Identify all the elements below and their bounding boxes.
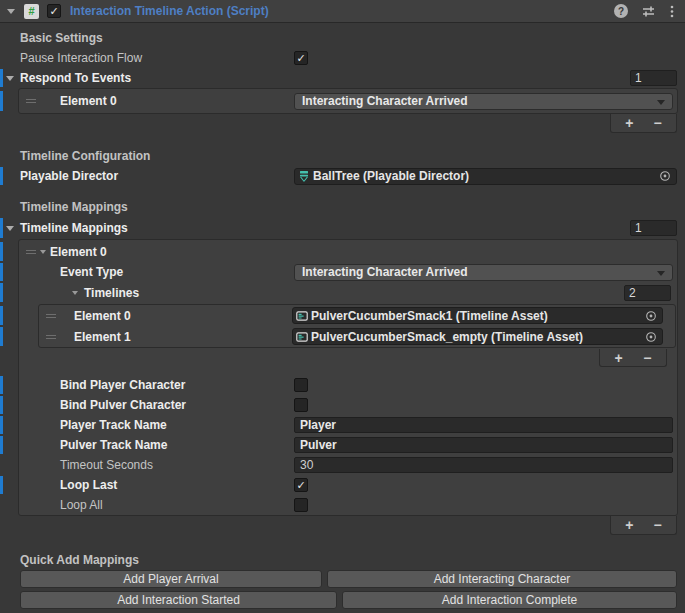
remove-element-button[interactable]: − bbox=[648, 518, 668, 532]
timelines-list: Element 0 PulverCucumberSmack1 (Timeline… bbox=[38, 304, 676, 348]
drag-handle-icon[interactable] bbox=[26, 248, 36, 256]
timeline-element-1-object-field[interactable]: PulverCucumberSmack_empty (Timeline Asse… bbox=[292, 328, 663, 345]
timelines-label: Timelines bbox=[84, 286, 139, 300]
component-header[interactable]: # Interaction Timeline Action (Script) ? bbox=[0, 0, 685, 23]
timeline-mappings-list-footer: + − bbox=[610, 516, 677, 535]
timeline-asset-icon bbox=[296, 310, 308, 322]
timeline-mappings-array-label: Timeline Mappings bbox=[20, 221, 128, 235]
remove-element-button[interactable]: − bbox=[648, 116, 668, 130]
timeline-mappings-count-field[interactable]: 1 bbox=[630, 220, 677, 236]
component-title: Interaction Timeline Action (Script) bbox=[70, 4, 269, 18]
timelines-foldout-row[interactable]: Timelines 2 bbox=[19, 282, 677, 303]
event-type-dropdown[interactable]: Interacting Character Arrived bbox=[294, 264, 673, 281]
bind-pulver-character-checkbox[interactable] bbox=[294, 398, 308, 412]
timeline-element-1-value: PulverCucumberSmack_empty (Timeline Asse… bbox=[311, 330, 583, 344]
drag-handle-icon[interactable] bbox=[46, 312, 56, 320]
object-picker-icon[interactable] bbox=[643, 310, 659, 322]
mapping-element-0-label: Element 0 bbox=[50, 245, 107, 259]
pause-interaction-flow-row: Pause Interaction Flow bbox=[0, 48, 685, 68]
timelines-foldout-icon[interactable] bbox=[72, 291, 78, 295]
kebab-menu-icon[interactable] bbox=[669, 4, 675, 19]
drag-handle-icon[interactable] bbox=[26, 97, 36, 105]
respond-to-events-foldout-icon[interactable] bbox=[6, 76, 14, 81]
playable-director-label: Playable Director bbox=[20, 169, 294, 183]
add-player-arrival-button[interactable]: Add Player Arrival bbox=[20, 570, 322, 588]
chevron-down-icon bbox=[657, 100, 665, 105]
add-element-button[interactable]: + bbox=[609, 351, 629, 365]
playable-director-row: Playable Director BallTree (Playable Dir… bbox=[0, 166, 685, 186]
timelines-count-field[interactable]: 2 bbox=[624, 285, 671, 301]
override-indicator bbox=[0, 283, 3, 302]
bind-player-character-row: Bind Player Character bbox=[19, 375, 677, 395]
add-element-button[interactable]: + bbox=[619, 518, 639, 532]
pulver-track-name-row: Pulver Track Name Pulver bbox=[19, 435, 677, 455]
help-icon[interactable]: ? bbox=[614, 4, 628, 18]
loop-last-checkbox[interactable] bbox=[294, 478, 308, 492]
add-interaction-complete-button[interactable]: Add Interaction Complete bbox=[342, 591, 677, 609]
respond-to-events-list-footer: + − bbox=[610, 114, 677, 133]
playable-director-icon bbox=[298, 170, 310, 182]
respond-element-0-value: Interacting Character Arrived bbox=[302, 94, 468, 108]
timeline-mappings-section-header: Timeline Mappings bbox=[0, 197, 685, 217]
override-indicator bbox=[0, 416, 3, 434]
header-icons: ? bbox=[614, 4, 675, 19]
loop-all-label: Loop All bbox=[60, 498, 294, 512]
timeline-asset-icon bbox=[296, 331, 308, 343]
basic-settings-label: Basic Settings bbox=[20, 31, 103, 45]
loop-all-checkbox[interactable] bbox=[294, 498, 308, 512]
respond-element-0-label: Element 0 bbox=[60, 94, 294, 108]
quick-add-mappings-label: Quick Add Mappings bbox=[20, 553, 139, 567]
timelines-list-footer: + − bbox=[599, 349, 667, 367]
timeline-mappings-section-label: Timeline Mappings bbox=[20, 200, 128, 214]
loop-last-row: Loop Last bbox=[19, 475, 677, 495]
timeline-mappings-array-row[interactable]: Timeline Mappings 1 bbox=[0, 217, 685, 239]
object-picker-icon[interactable] bbox=[657, 170, 673, 182]
component-enabled-checkbox[interactable] bbox=[47, 4, 61, 18]
respond-to-events-row[interactable]: Respond To Events 1 bbox=[0, 68, 685, 88]
basic-settings-header: Basic Settings bbox=[0, 28, 685, 48]
player-track-name-input[interactable]: Player bbox=[294, 417, 673, 433]
object-picker-icon[interactable] bbox=[643, 331, 659, 343]
override-indicator bbox=[0, 327, 3, 346]
timeline-element-1-row[interactable]: Element 1 PulverCucumberSmack_empty (Tim… bbox=[39, 326, 675, 347]
timeout-seconds-input[interactable]: 30 bbox=[294, 457, 673, 473]
timeline-configuration-header: Timeline Configuration bbox=[0, 146, 685, 166]
pulver-track-name-label: Pulver Track Name bbox=[60, 438, 294, 452]
mapping-element-0-foldout-icon[interactable] bbox=[40, 250, 46, 254]
override-indicator bbox=[0, 263, 3, 281]
player-track-name-label: Player Track Name bbox=[60, 418, 294, 432]
bind-pulver-character-label: Bind Pulver Character bbox=[60, 398, 294, 412]
add-interaction-started-button[interactable]: Add Interaction Started bbox=[20, 591, 337, 609]
drag-handle-icon[interactable] bbox=[46, 333, 56, 341]
timeline-element-0-object-field[interactable]: PulverCucumberSmack1 (Timeline Asset) bbox=[292, 307, 663, 324]
timeline-mappings-foldout-icon[interactable] bbox=[6, 226, 14, 231]
timeline-element-0-value: PulverCucumberSmack1 (Timeline Asset) bbox=[311, 309, 548, 323]
mapping-element-0-header-row[interactable]: Element 0 bbox=[19, 241, 677, 262]
override-indicator bbox=[0, 436, 3, 454]
add-element-button[interactable]: + bbox=[619, 116, 639, 130]
pulver-track-name-input[interactable]: Pulver bbox=[294, 437, 673, 453]
timeline-mappings-list: Element 0 Event Type Interacting Charact… bbox=[18, 239, 678, 516]
timeout-seconds-label: Timeout Seconds bbox=[60, 458, 294, 472]
bind-player-character-checkbox[interactable] bbox=[294, 378, 308, 392]
respond-element-0-row[interactable]: Element 0 Interacting Character Arrived bbox=[19, 90, 677, 112]
unity-inspector-panel: # Interaction Timeline Action (Script) ?… bbox=[0, 0, 685, 613]
pause-interaction-flow-label: Pause Interaction Flow bbox=[20, 51, 294, 65]
respond-to-events-count-field[interactable]: 1 bbox=[630, 70, 677, 86]
pause-interaction-flow-checkbox[interactable] bbox=[294, 51, 308, 65]
remove-element-button[interactable]: − bbox=[637, 351, 657, 365]
timeline-element-0-row[interactable]: Element 0 PulverCucumberSmack1 (Timeline… bbox=[39, 305, 675, 326]
component-foldout-icon[interactable] bbox=[7, 9, 15, 14]
override-indicator bbox=[0, 218, 3, 238]
quick-add-mappings-header: Quick Add Mappings bbox=[0, 550, 685, 570]
chevron-down-icon bbox=[657, 271, 665, 276]
playable-director-object-field[interactable]: BallTree (Playable Director) bbox=[294, 168, 677, 185]
respond-element-0-dropdown[interactable]: Interacting Character Arrived bbox=[294, 93, 673, 110]
timeline-configuration-label: Timeline Configuration bbox=[20, 149, 150, 163]
override-indicator bbox=[0, 306, 3, 325]
bind-player-character-label: Bind Player Character bbox=[60, 378, 294, 392]
timeline-element-0-label: Element 0 bbox=[74, 309, 292, 323]
add-interacting-character-button[interactable]: Add Interacting Character bbox=[327, 570, 677, 588]
presets-icon[interactable] bbox=[641, 4, 656, 19]
event-type-row: Event Type Interacting Character Arrived bbox=[19, 262, 677, 282]
